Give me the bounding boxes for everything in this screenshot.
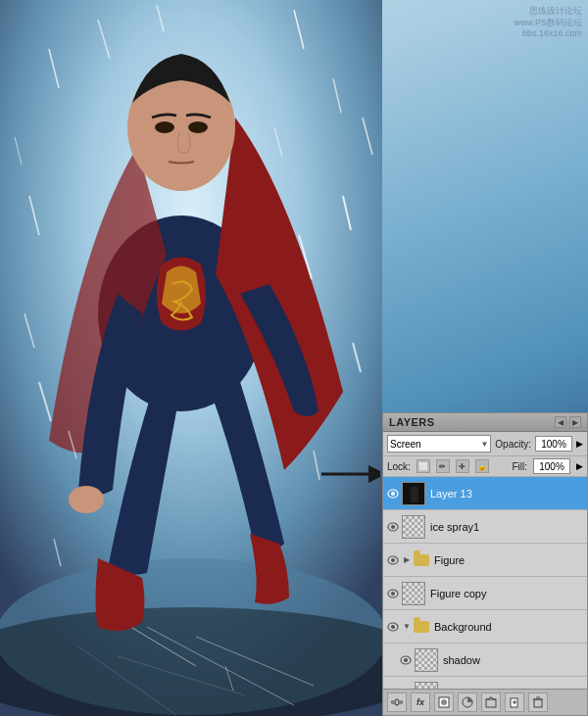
visibility-toggle-figurecopy[interactable] bbox=[386, 587, 400, 600]
adjustment-layer-btn[interactable] bbox=[458, 692, 477, 712]
layer-item-background-group[interactable]: ▼ Background bbox=[383, 610, 587, 644]
layer-thumb-icespray1 bbox=[402, 515, 425, 539]
layer-name-icespray1: ice spray1 bbox=[427, 521, 584, 533]
layer-effects-btn[interactable]: fx bbox=[411, 692, 430, 712]
svg-point-11 bbox=[188, 121, 208, 133]
layer-item-bgdetail2[interactable]: Background detail 2 bbox=[383, 677, 587, 689]
visibility-toggle-shadow[interactable] bbox=[399, 653, 413, 667]
layer-thumb-figurecopy bbox=[402, 582, 425, 605]
delete-layer-btn[interactable] bbox=[528, 692, 548, 712]
layer-thumb-bgdetail2 bbox=[415, 682, 438, 690]
new-group-btn[interactable] bbox=[481, 692, 501, 712]
svg-point-38 bbox=[391, 525, 395, 529]
svg-point-2 bbox=[0, 607, 382, 716]
visibility-toggle-background[interactable] bbox=[386, 620, 400, 634]
layer-item-shadow[interactable]: shadow bbox=[383, 644, 587, 677]
layers-panel: LAYERS ◀ ▶ Screen ▼ Opacity: 100% ▶ Lock… bbox=[382, 412, 588, 716]
svg-point-10 bbox=[155, 121, 174, 133]
layer-item-layer13[interactable]: Layer 13 bbox=[383, 477, 587, 510]
new-layer-btn[interactable] bbox=[505, 692, 524, 712]
opacity-arrow[interactable]: ▶ bbox=[576, 439, 583, 449]
svg-point-34 bbox=[391, 492, 395, 496]
svg-point-50 bbox=[441, 699, 447, 705]
svg-point-44 bbox=[391, 625, 395, 629]
visibility-toggle-figure[interactable] bbox=[386, 553, 400, 567]
layer-name-shadow: shadow bbox=[440, 654, 584, 666]
opacity-label: Opacity: bbox=[495, 439, 531, 450]
group-expand-figure[interactable]: ▶ bbox=[402, 553, 412, 567]
panel-controls: ◀ ▶ bbox=[555, 416, 581, 428]
svg-point-40 bbox=[391, 558, 395, 562]
svg-rect-52 bbox=[486, 699, 496, 707]
panel-collapse-btn[interactable]: ◀ bbox=[555, 416, 566, 428]
layer-name-layer13: Layer 13 bbox=[427, 488, 584, 500]
svg-point-46 bbox=[404, 658, 408, 662]
lock-transparent-btn[interactable]: ⬜ bbox=[416, 459, 430, 473]
blend-mode-select[interactable]: Screen ▼ bbox=[387, 435, 491, 453]
group-folder-figure bbox=[414, 554, 429, 566]
svg-rect-56 bbox=[534, 699, 542, 707]
link-layers-btn[interactable] bbox=[387, 692, 407, 712]
panel-menu-btn[interactable]: ▶ bbox=[569, 416, 581, 428]
lock-position-btn[interactable]: ✛ bbox=[456, 459, 469, 473]
fill-label: Fill: bbox=[512, 461, 527, 472]
watermark: 思练设计论坛 www.PS数码论坛 bbs.16x16.com bbox=[514, 6, 582, 40]
layers-bottom-toolbar: fx bbox=[383, 689, 587, 715]
layer-thumb-layer13 bbox=[402, 482, 425, 505]
layer-name-figurecopy: Figure copy bbox=[427, 588, 584, 599]
visibility-toggle-layer13[interactable] bbox=[386, 487, 400, 501]
lock-pixels-btn[interactable]: ✏ bbox=[436, 459, 450, 473]
blend-mode-row: Screen ▼ Opacity: 100% ▶ bbox=[383, 432, 587, 456]
fill-arrow[interactable]: ▶ bbox=[576, 461, 583, 471]
visibility-toggle-icespray1[interactable] bbox=[386, 520, 400, 534]
opacity-input[interactable]: 100% bbox=[535, 436, 572, 452]
superman-illustration bbox=[0, 0, 382, 716]
layer-name-figure: Figure bbox=[431, 554, 584, 566]
svg-point-12 bbox=[69, 486, 104, 513]
layer-item-figure[interactable]: ▶ Figure bbox=[383, 544, 587, 577]
lock-label: Lock: bbox=[387, 461, 411, 472]
layer-item-icespray1[interactable]: ice spray1 bbox=[383, 510, 587, 544]
arrow-indicator bbox=[321, 459, 380, 489]
layer-name-background: Background bbox=[431, 621, 584, 633]
layers-title-bar: LAYERS ◀ ▶ bbox=[383, 413, 587, 432]
blend-mode-arrow: ▼ bbox=[480, 440, 488, 449]
svg-point-42 bbox=[391, 592, 395, 596]
svg-rect-36 bbox=[411, 487, 418, 502]
layer-item-figurecopy[interactable]: Figure copy bbox=[383, 577, 587, 610]
fill-input[interactable]: 100% bbox=[533, 458, 570, 474]
layer-mask-btn[interactable] bbox=[434, 692, 454, 712]
lock-row: Lock: ⬜ ✏ ✛ 🔒 Fill: 100% ▶ bbox=[383, 456, 587, 477]
group-expand-background[interactable]: ▼ bbox=[402, 620, 412, 634]
layers-list: Layer 13 ice spray1 ▶ Figure bbox=[383, 477, 587, 689]
layers-panel-title: LAYERS bbox=[389, 416, 435, 428]
group-folder-background bbox=[414, 621, 429, 633]
layer-thumb-shadow bbox=[415, 648, 438, 672]
lock-all-btn[interactable]: 🔒 bbox=[475, 459, 489, 473]
